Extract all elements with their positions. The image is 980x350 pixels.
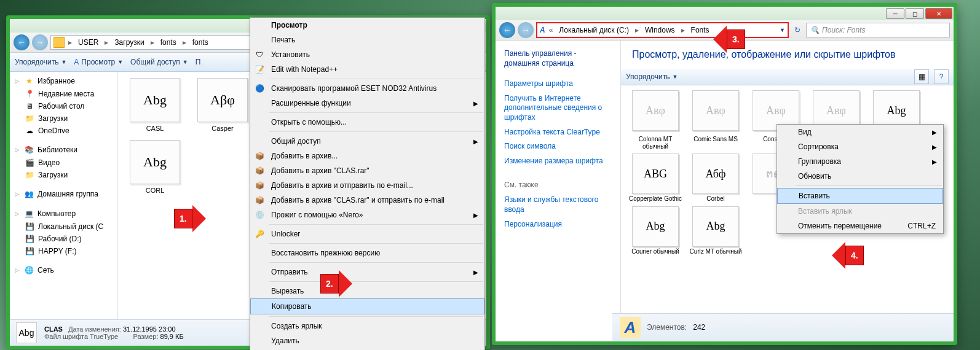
menu-item-label: Расширенные функции: [271, 99, 351, 107]
sidebar-item[interactable]: 📍Недавние места: [10, 88, 117, 100]
fonts-toolbar: Упорядочить ▼ ▦ ?: [621, 69, 954, 85]
context-menu-item[interactable]: Отправить▶: [250, 265, 484, 279]
menu-item-label: Добавить в архив и отправить по e-mail..…: [271, 181, 413, 190]
footer-count: 242: [693, 323, 705, 332]
font-item[interactable]: Aвφ: [687, 90, 744, 132]
context-menu-item[interactable]: 🔵Сканировать программой ESET NOD32 Antiv…: [250, 81, 484, 96]
context-menu-item[interactable]: Сортировка▶: [777, 139, 943, 154]
crumb[interactable]: Fonts: [689, 25, 712, 36]
sidebar-item[interactable]: ☁OneDrive: [10, 125, 117, 137]
font-item[interactable]: АбфCorbel: [687, 154, 744, 203]
context-menu-item[interactable]: 📦Добавить в архив "CLAS.rar" и отправить…: [250, 193, 484, 208]
sidebar-item[interactable]: 🖥Рабочий стол: [10, 100, 117, 112]
font-item[interactable]: ABGCopperplate Gothic: [627, 154, 684, 203]
crumb[interactable]: Загрузки: [112, 37, 146, 48]
side-link[interactable]: Параметры шрифта: [504, 77, 612, 91]
context-menu-item[interactable]: Отменить перемещениеCTRL+Z: [777, 219, 943, 233]
context-menu-item[interactable]: Расширенные функции▶: [250, 96, 484, 111]
minimize-button[interactable]: ─: [886, 8, 904, 19]
sidebar-computer[interactable]: ▷💻Компьютер: [10, 207, 117, 220]
maximize-button[interactable]: ◻: [906, 8, 924, 19]
context-menu-item[interactable]: Вид▶: [777, 125, 943, 139]
sidebar-favorites[interactable]: ▷★Избранное: [10, 74, 117, 88]
side-link[interactable]: Персонализация: [504, 217, 612, 232]
help-icon-button[interactable]: ?: [934, 69, 949, 84]
organize-menu[interactable]: Упорядочить ▼: [15, 58, 66, 66]
context-menu-item[interactable]: Просмотр: [250, 18, 484, 33]
font-item[interactable]: Aвφ: [627, 90, 684, 132]
context-menu-item[interactable]: Общий доступ▶: [250, 134, 484, 149]
submenu-arrow-icon: ▶: [473, 100, 478, 107]
menu-shortcut: CTRL+Z: [907, 222, 936, 230]
font-preview-icon: ABG: [632, 154, 679, 194]
context-menu-item[interactable]: Вырезать: [250, 284, 484, 298]
back-button[interactable]: ←: [499, 22, 515, 38]
context-menu-item[interactable]: Создать ярлык: [250, 319, 484, 333]
sidebar-network[interactable]: ▷🌐Сеть: [10, 263, 117, 277]
context-menu-item[interactable]: Обновить: [777, 169, 943, 184]
crumb[interactable]: USER: [76, 37, 101, 48]
sidebar-item[interactable]: 📁Загрузки: [10, 112, 117, 125]
context-menu-item[interactable]: 🔑Unlocker: [250, 227, 484, 241]
font-preview-icon: Aвφ: [632, 90, 679, 131]
menu-item-label: Создать ярлык: [271, 322, 322, 330]
breadcrumb-box-highlighted[interactable]: A « Локальный диск (C:)▸ Windows▸ Fonts …: [536, 22, 789, 38]
context-menu-item[interactable]: 📦Добавить в архив...: [250, 149, 484, 163]
sidebar-homegroup[interactable]: ▷👥Домашняя группа: [10, 187, 117, 201]
organize-menu[interactable]: Упорядочить ▼: [626, 72, 678, 81]
context-menu-item[interactable]: 💿Прожиг с помощью «Nero»▶: [250, 208, 484, 222]
view-icon-button[interactable]: ▦: [914, 69, 929, 84]
font-item[interactable]: AbgCASL: [124, 78, 186, 134]
search-input[interactable]: 🔍 Поиск: Fonts: [806, 23, 950, 37]
sidebar-item[interactable]: 💾Локальный диск (C: [10, 220, 117, 233]
crumb[interactable]: fonts: [190, 37, 211, 48]
forward-button[interactable]: →: [32, 34, 48, 50]
crumb[interactable]: Локальный диск (C:): [556, 25, 631, 36]
sidebar-item[interactable]: 🎬Видео: [10, 157, 117, 169]
sidebar-item[interactable]: 💾Рабочий (D:): [10, 233, 117, 245]
sidebar: ▷★Избранное 📍Недавние места 🖥Рабочий сто…: [10, 72, 118, 331]
side-link[interactable]: Языки и службы текстового ввода: [504, 193, 612, 217]
sidebar-item[interactable]: 💾HAPPY (F:): [10, 245, 117, 257]
context-menu-item[interactable]: Группировка▶: [777, 154, 943, 169]
context-menu-item[interactable]: Восстановить прежнюю версию: [250, 246, 484, 260]
context-menu-item[interactable]: 📝Edit with Notepad++: [250, 62, 484, 77]
refresh-button[interactable]: ↻: [791, 24, 804, 36]
font-item[interactable]: Comic Sans MS: [687, 136, 744, 150]
submenu-arrow-icon: ▶: [932, 129, 937, 136]
side-link[interactable]: Настройка текста ClearType: [504, 125, 612, 140]
context-menu-item[interactable]: Открыть с помощью...: [250, 115, 484, 130]
context-menu-item[interactable]: Копировать: [250, 298, 484, 314]
side-link[interactable]: Изменение размера шрифта: [504, 154, 612, 169]
font-name: Courier обычный: [627, 248, 684, 255]
forward-button[interactable]: →: [518, 22, 534, 38]
sidebar-item[interactable]: 📁Загрузки: [10, 169, 117, 181]
preview-menu[interactable]: A Просмотр ▼: [74, 58, 123, 66]
font-item[interactable]: ΑβφCasper: [192, 78, 253, 134]
context-menu-item[interactable]: 🛡Установить: [250, 47, 484, 62]
context-menu-item[interactable]: 📦Добавить в архив "CLAS.rar": [250, 163, 484, 178]
font-item[interactable]: AbgCORL: [124, 140, 186, 195]
crumb[interactable]: Windows: [642, 25, 678, 36]
crumb[interactable]: fonts: [158, 37, 179, 48]
menu-item-icon: 📝: [254, 64, 265, 75]
cp-home-link[interactable]: Панель управления - домашняя страница: [504, 47, 612, 71]
font-item[interactable]: AbgCurlz MT обычный: [687, 206, 744, 255]
side-link[interactable]: Получить в Интернете дополнительные свед…: [504, 91, 612, 125]
side-link[interactable]: Поиск символа: [504, 139, 612, 154]
context-menu-item[interactable]: Печать: [250, 33, 484, 47]
context-menu-item[interactable]: Вставить: [777, 188, 943, 204]
font-item[interactable]: Colonna MT обычный: [627, 136, 684, 150]
context-menu-item[interactable]: Удалить: [250, 333, 484, 348]
context-menu-item[interactable]: 📦Добавить в архив и отправить по e-mail.…: [250, 178, 484, 193]
fonts-icon: A: [620, 317, 641, 338]
status-size: 89,9 КБ: [160, 333, 184, 340]
font-item[interactable]: AbgCourier обычный: [627, 206, 684, 255]
print-menu[interactable]: П: [196, 58, 201, 66]
share-menu[interactable]: Общий доступ ▼: [130, 58, 188, 66]
close-button[interactable]: ✕: [925, 8, 952, 19]
sidebar-libraries[interactable]: ▷📚Библиотеки: [10, 143, 117, 157]
context-menu: ПросмотрПечать🛡Установить📝Edit with Note…: [250, 17, 485, 350]
panel-title: Просмотр, удаление, отображение или скры…: [621, 41, 954, 69]
back-button[interactable]: ←: [14, 34, 30, 50]
